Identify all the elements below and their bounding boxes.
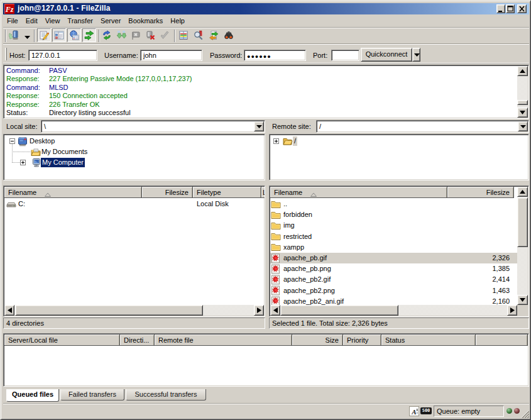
scroll-down-button[interactable] <box>517 108 528 118</box>
menu-help[interactable]: Help <box>167 14 189 27</box>
column-header-last-modified[interactable]: Last modified <box>261 187 265 198</box>
log-line-text: PASV <box>49 67 67 74</box>
quickconnect-button[interactable]: Quickconnect <box>361 48 412 62</box>
column-header-priority[interactable]: Priority <box>343 334 381 346</box>
log-line: Response:150 Connection accepted <box>5 92 517 100</box>
close-button[interactable] <box>517 4 527 13</box>
tree-item-label: My Documents <box>40 147 89 157</box>
file-row-apachepb2png[interactable]: apache_pb2.png1,463 <box>270 285 517 296</box>
column-header-spacer[interactable] <box>476 334 528 346</box>
refresh-icon[interactable] <box>102 30 112 40</box>
scroll-left-button[interactable] <box>4 305 14 316</box>
find-files-icon[interactable] <box>224 30 234 40</box>
scrollbar-thumb[interactable] <box>517 197 528 247</box>
password-input[interactable]: ●●●●●● <box>244 50 306 61</box>
speed-limits-icon[interactable]: 500 <box>420 407 432 414</box>
file-row-forbidden[interactable]: forbidden <box>270 209 517 220</box>
disconnect-icon[interactable] <box>145 30 155 40</box>
tab-failed-transfers[interactable]: Failed transfers <box>60 389 124 401</box>
file-row-apachepb2gif[interactable]: apache_pb2.gif2,414 <box>270 274 517 285</box>
tree-expand-icon[interactable] <box>20 160 26 165</box>
synchronized-browsing-icon[interactable] <box>209 30 219 40</box>
tree-collapse-icon[interactable] <box>9 138 15 144</box>
file-row-apachepbpng[interactable]: apache_pb.png1,385 <box>270 263 517 274</box>
menu-edit[interactable]: Edit <box>22 14 41 27</box>
column-header-label: Directi... <box>124 336 149 344</box>
host-input[interactable]: 127.0.0.1 <box>28 50 97 61</box>
menu-view[interactable]: View <box>41 14 64 27</box>
local-list-scrollbar-h[interactable] <box>4 305 264 316</box>
tree-item-my-computer[interactable]: My Computer <box>4 157 265 168</box>
transfer-type-icon[interactable]: A <box>409 406 419 416</box>
scroll-right-button[interactable] <box>507 305 517 316</box>
cancel-icon[interactable] <box>131 30 141 40</box>
column-header-label: Priority <box>347 336 368 344</box>
tree-expand-icon[interactable] <box>273 138 279 144</box>
directory-comparison-icon[interactable] <box>194 30 204 40</box>
tree-item-desktop[interactable]: Desktop <box>4 136 265 146</box>
local-site-combo[interactable]: \ <box>41 120 265 133</box>
tree-item-root[interactable]: / <box>270 136 528 146</box>
site-manager-dropdown[interactable] <box>25 33 30 37</box>
column-header-filesize[interactable]: Filesize <box>447 187 514 198</box>
tab-queued-files[interactable]: Queued files <box>6 389 59 402</box>
column-header-remote-file[interactable]: Remote file <box>155 334 292 346</box>
file-name: apache_pb.png <box>283 263 331 274</box>
filter-icon[interactable] <box>178 30 189 40</box>
scroll-up-button[interactable] <box>517 187 528 197</box>
scrollbar-thumb[interactable] <box>280 305 398 316</box>
column-header-size[interactable]: Size <box>292 334 343 346</box>
toggle-transfer-queue-icon[interactable] <box>82 28 96 42</box>
column-header-filesize[interactable]: Filesize <box>142 187 193 198</box>
file-row-c[interactable]: C:Local Disk <box>4 199 262 209</box>
port-input[interactable] <box>331 50 359 61</box>
remote-list-scrollbar-v[interactable] <box>517 187 528 305</box>
site-manager-icon[interactable] <box>9 30 19 40</box>
message-log-scrollbar-v[interactable] <box>517 66 528 118</box>
username-input[interactable]: john <box>140 50 202 61</box>
scroll-up-button[interactable] <box>517 66 528 76</box>
remote-site-combo[interactable]: / <box>316 120 529 133</box>
file-row-img[interactable]: img <box>270 220 517 231</box>
column-header-server-local-file[interactable]: Server/Local file <box>4 334 120 346</box>
file-row-restricted[interactable]: restricted <box>270 231 517 242</box>
file-row-apachepbgif[interactable]: apache_pb.gif2,326 <box>270 253 517 263</box>
column-header-label: Filename <box>8 189 36 196</box>
scrollbar-thumb[interactable] <box>517 100 528 105</box>
my-computer-icon <box>31 158 41 168</box>
column-header-label: Filesize <box>486 189 510 196</box>
tab-successful-transfers[interactable]: Successful transfers <box>126 389 206 401</box>
file-row-xampp[interactable]: xampp <box>270 242 517 253</box>
remote-list-scrollbar-h[interactable] <box>270 305 517 316</box>
column-header-label: Remote file <box>158 336 194 344</box>
toggle-remote-tree-icon[interactable] <box>67 28 81 42</box>
toggle-local-tree-icon[interactable] <box>52 28 66 42</box>
menu-bookmarks[interactable]: Bookmarks <box>124 14 167 27</box>
minimize-button[interactable] <box>496 4 505 13</box>
reconnect-icon[interactable] <box>160 30 170 40</box>
image-file-icon <box>271 264 281 274</box>
menu-server[interactable]: Server <box>97 14 124 27</box>
combo-arrow-button[interactable] <box>518 121 528 131</box>
file-row-[interactable]: .. <box>270 199 517 209</box>
process-queue-icon[interactable] <box>116 30 126 40</box>
column-header-filename[interactable]: Filename <box>270 187 447 198</box>
scroll-left-button[interactable] <box>270 305 280 316</box>
menu-file[interactable]: File <box>3 14 22 27</box>
maximize-button[interactable] <box>506 4 515 13</box>
menu-transfer[interactable]: Transfer <box>63 14 97 27</box>
column-header-status[interactable]: Status <box>381 334 476 346</box>
combo-arrow-button[interactable] <box>254 121 264 131</box>
toggle-message-log-icon[interactable] <box>37 28 51 42</box>
scroll-right-button[interactable] <box>254 305 264 316</box>
column-header-directi-[interactable]: Directi... <box>120 334 155 346</box>
column-header-filetype[interactable]: Filetype <box>193 187 261 198</box>
scroll-down-button[interactable] <box>517 295 528 305</box>
resize-grip[interactable] <box>520 409 529 418</box>
my-documents-icon <box>31 147 41 157</box>
quickconnect-dropdown-button[interactable] <box>412 48 420 62</box>
scrollbar-thumb[interactable] <box>15 305 203 316</box>
sort-ascending-icon <box>45 191 51 195</box>
column-header-filename[interactable]: Filename <box>4 187 142 198</box>
tree-item-my-documents[interactable]: My Documents <box>4 146 265 157</box>
